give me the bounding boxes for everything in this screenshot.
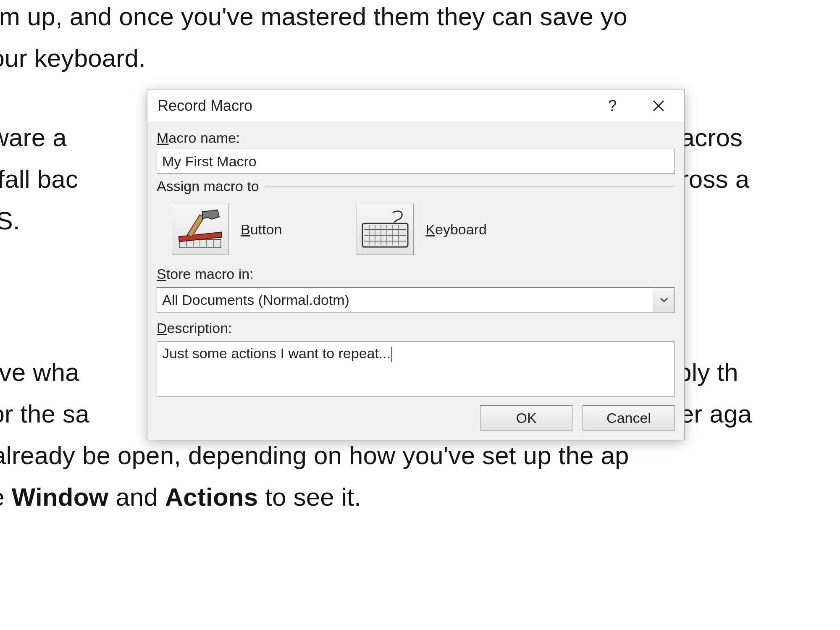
- bg-line: oose Window and Actions to see it.: [0, 476, 840, 518]
- macro-name-label: Macro name:: [157, 130, 240, 146]
- record-macro-dialog: Record Macro ? Macro name: Assign macro …: [147, 89, 685, 440]
- dialog-button-row: OK Cancel: [157, 405, 675, 430]
- text-caret: [391, 347, 392, 362]
- description-input[interactable]: Just some actions I want to repeat...: [157, 341, 675, 397]
- store-macro-select[interactable]: All Documents (Normal.dotm): [157, 287, 675, 312]
- store-macro-label: Store macro in:: [157, 266, 254, 282]
- assign-macro-row: Button: [172, 204, 675, 255]
- dialog-title: Record Macro: [158, 97, 582, 115]
- cancel-button[interactable]: Cancel: [583, 405, 675, 430]
- ok-button[interactable]: OK: [480, 405, 572, 430]
- close-button[interactable]: [643, 94, 674, 118]
- divider: [265, 186, 675, 186]
- assign-to-keyboard[interactable]: [357, 204, 414, 255]
- keyboard-icon: [360, 208, 410, 250]
- bg-line: ght already be open, depending on how yo…: [0, 435, 840, 476]
- store-macro-value: All Documents (Normal.dotm): [162, 292, 349, 308]
- dialog-titlebar: Record Macro ?: [147, 89, 684, 122]
- bg-line: at your keyboard.: [0, 37, 840, 79]
- assign-to-button-label: Button: [241, 221, 282, 238]
- assign-to-keyboard-label: Keyboard: [425, 221, 487, 238]
- bg-line: t them up, and once you've mastered them…: [0, 0, 840, 37]
- description-label: Description:: [157, 320, 232, 336]
- help-button[interactable]: ?: [597, 94, 628, 118]
- hammer-toolbar-icon: [177, 208, 223, 250]
- chevron-down-icon: [653, 288, 675, 312]
- assign-macro-label: Assign macro to: [157, 178, 259, 194]
- close-icon: [652, 100, 665, 112]
- dialog-body: Macro name: Assign macro to: [147, 122, 684, 440]
- assign-to-button[interactable]: [172, 204, 229, 255]
- macro-name-input[interactable]: [157, 149, 675, 174]
